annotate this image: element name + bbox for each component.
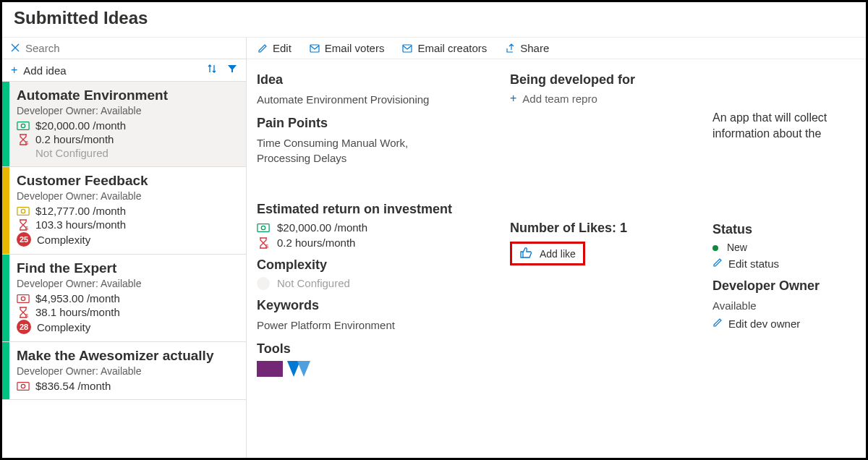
search-row[interactable] xyxy=(2,38,246,59)
plus-icon[interactable]: + xyxy=(11,64,17,77)
money-line: $836.54 /month xyxy=(17,380,239,392)
detail-pane: Idea Automate Environment Provisioning P… xyxy=(247,59,866,458)
add-idea-row: + Add idea xyxy=(2,59,246,82)
hours-line: $38.1 hours/month xyxy=(17,306,239,318)
add-like-button[interactable]: Add like xyxy=(510,242,585,265)
idea-title: Customer Feedback xyxy=(17,173,239,189)
toolbar: Edit Email voters Email creators Share xyxy=(247,38,866,59)
stripe xyxy=(2,342,9,399)
pencil-icon xyxy=(712,257,723,270)
devowner-value: Available xyxy=(712,298,856,313)
add-like-label: Add like xyxy=(540,248,576,260)
complexity-badge: 28 xyxy=(17,320,31,334)
add-repro-label: Add team repro xyxy=(522,93,597,105)
status-value: New xyxy=(727,242,747,253)
idea-title: Find the Expert xyxy=(17,260,239,276)
complexity-badge: 25 xyxy=(17,232,31,247)
money-value: $4,953.00 /month xyxy=(35,292,120,304)
hourglass-icon: $ xyxy=(257,238,270,248)
edit-label: Edit xyxy=(273,42,292,54)
thumb-up-icon xyxy=(519,247,532,260)
hours-value: 103.3 hours/month xyxy=(35,218,126,231)
complexity-line: Not Configured xyxy=(257,277,495,289)
roi-heading: Estimated return on investment xyxy=(257,202,495,217)
sidebar: + Add idea Automate EnvironmentDeveloper… xyxy=(2,38,247,458)
hourglass-icon: $ xyxy=(17,220,30,230)
svg-rect-11 xyxy=(310,45,319,52)
share-button[interactable]: Share xyxy=(504,42,549,54)
complexity-label: Not Configured xyxy=(35,147,109,159)
tools-icons xyxy=(257,361,495,379)
edit-button[interactable]: Edit xyxy=(257,42,292,54)
svg-text:$: $ xyxy=(25,313,28,318)
keywords-value: Power Platform Environment xyxy=(257,318,495,333)
svg-rect-13 xyxy=(258,223,269,231)
idea-owner: Developer Owner: Available xyxy=(17,105,239,116)
roi-money-value: $20,000.00 /month xyxy=(277,221,367,234)
mail-icon xyxy=(401,44,413,53)
search-input[interactable] xyxy=(25,42,237,54)
keywords-heading: Keywords xyxy=(257,298,495,313)
title-bar: Submitted Ideas xyxy=(2,2,866,38)
sort-icon[interactable] xyxy=(207,64,217,77)
share-icon xyxy=(504,43,516,54)
svg-point-7 xyxy=(21,297,25,300)
add-team-repro[interactable]: + Add team repro xyxy=(510,92,698,105)
description-text: An app that will collect information abo… xyxy=(712,110,856,141)
close-icon[interactable] xyxy=(11,43,20,54)
idea-item[interactable]: Automate EnvironmentDeveloper Owner: Ava… xyxy=(2,82,246,167)
svg-rect-9 xyxy=(17,382,29,390)
hours-line: $103.3 hours/month xyxy=(17,218,239,231)
email-voters-button[interactable]: Email voters xyxy=(309,42,385,54)
idea-title: Automate Environment xyxy=(17,88,239,103)
money-line: $4,953.00 /month xyxy=(17,292,239,304)
svg-text:$: $ xyxy=(25,226,28,231)
page-title: Submitted Ideas xyxy=(14,8,854,28)
edit-status-label: Edit status xyxy=(728,257,779,270)
money-value: $12,777.00 /month xyxy=(35,205,126,217)
money-icon xyxy=(17,121,30,131)
svg-rect-6 xyxy=(17,294,29,302)
idea-owner: Developer Owner: Available xyxy=(17,365,239,377)
roi-hours-value: 0.2 hours/month xyxy=(277,237,355,249)
idea-heading: Idea xyxy=(257,72,495,88)
mail-icon xyxy=(309,44,320,53)
ideas-list: Automate EnvironmentDeveloper Owner: Ava… xyxy=(2,82,246,400)
pencil-icon xyxy=(257,43,268,54)
complexity-icon xyxy=(17,148,30,158)
svg-point-10 xyxy=(21,384,25,388)
complexity-heading: Complexity xyxy=(257,257,495,273)
filter-icon[interactable] xyxy=(227,64,237,77)
money-value: $20,000.00 /month xyxy=(35,119,126,132)
complexity-label: Complexity xyxy=(37,321,90,333)
tools-heading: Tools xyxy=(257,341,495,357)
hours-value: 0.2 hours/month xyxy=(35,133,114,145)
money-line: $20,000.00 /month xyxy=(17,119,239,132)
svg-point-14 xyxy=(261,226,265,229)
stripe xyxy=(2,167,9,254)
likes-heading: Number of Likes: 1 xyxy=(510,221,698,236)
svg-rect-12 xyxy=(403,45,412,52)
roi-hours-line: $ 0.2 hours/month xyxy=(257,237,495,249)
stripe xyxy=(2,255,9,341)
pencil-icon xyxy=(712,318,723,330)
money-icon xyxy=(17,206,30,216)
idea-owner: Developer Owner: Available xyxy=(17,278,239,289)
complexity-icon xyxy=(257,278,270,289)
email-creators-button[interactable]: Email creators xyxy=(401,42,487,54)
roi-money-line: $20,000.00 /month xyxy=(257,221,495,234)
add-idea-label[interactable]: Add idea xyxy=(23,64,197,77)
edit-devowner-button[interactable]: Edit dev owner xyxy=(712,318,856,330)
idea-title: Make the Awesomizer actually xyxy=(17,348,239,364)
idea-item[interactable]: Find the ExpertDeveloper Owner: Availabl… xyxy=(2,255,246,342)
complexity-line: Not Configured xyxy=(17,147,239,159)
money-icon xyxy=(17,381,30,391)
hourglass-icon: $ xyxy=(17,135,30,145)
devowner-heading: Developer Owner xyxy=(712,278,856,294)
idea-owner: Developer Owner: Available xyxy=(17,190,239,202)
idea-item[interactable]: Make the Awesomizer actuallyDeveloper Ow… xyxy=(2,342,246,400)
edit-status-button[interactable]: Edit status xyxy=(712,257,856,270)
share-label: Share xyxy=(520,42,549,54)
idea-item[interactable]: Customer FeedbackDeveloper Owner: Availa… xyxy=(2,167,246,255)
edit-devowner-label: Edit dev owner xyxy=(728,318,800,330)
